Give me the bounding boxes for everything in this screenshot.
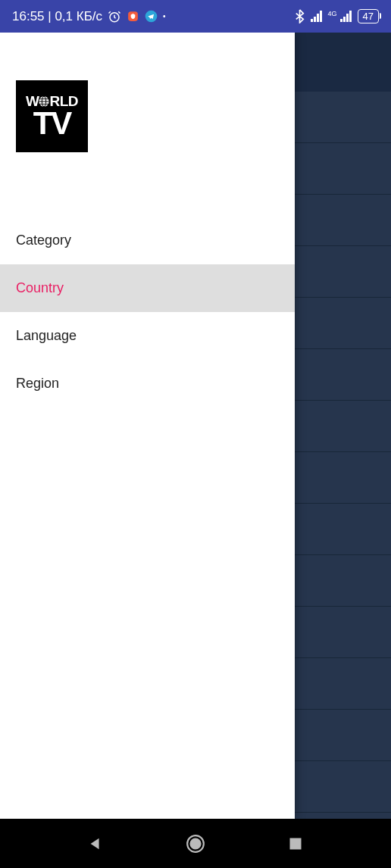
back-button[interactable] bbox=[65, 829, 126, 859]
status-bar: 16:55 | 0,1 КБ/с • 4G 47 bbox=[0, 0, 391, 33]
network-type: 4G bbox=[328, 10, 337, 17]
main-area: W RLD TV Category Country Language Regio… bbox=[0, 33, 391, 819]
system-nav-bar bbox=[0, 819, 391, 868]
signal-icon-1 bbox=[311, 11, 322, 22]
bluetooth-icon bbox=[295, 9, 305, 23]
drawer-header: W RLD TV bbox=[0, 33, 295, 217]
logo-line-2: TV bbox=[33, 108, 71, 139]
dot-icon: • bbox=[163, 12, 166, 20]
drawer-item-country[interactable]: Country bbox=[0, 264, 295, 312]
navigation-drawer: W RLD TV Category Country Language Regio… bbox=[0, 33, 295, 819]
telegram-icon bbox=[145, 10, 158, 23]
home-button[interactable] bbox=[165, 829, 226, 859]
alarm-icon bbox=[108, 10, 121, 23]
drawer-menu: Category Country Language Region bbox=[0, 217, 295, 407]
status-left-group: 16:55 | 0,1 КБ/с • bbox=[12, 9, 166, 24]
drawer-item-region[interactable]: Region bbox=[0, 360, 295, 407]
status-right-group: 4G 47 bbox=[295, 9, 379, 23]
drawer-item-category[interactable]: Category bbox=[0, 217, 295, 264]
svg-rect-7 bbox=[290, 838, 302, 849]
status-time-data: 16:55 | 0,1 КБ/с bbox=[12, 9, 102, 24]
signal-icon-2 bbox=[340, 11, 352, 22]
battery-icon: 47 bbox=[358, 9, 379, 23]
drawer-item-language[interactable]: Language bbox=[0, 312, 295, 360]
shield-icon bbox=[127, 10, 139, 23]
recents-button[interactable] bbox=[265, 829, 326, 859]
app-logo: W RLD TV bbox=[16, 80, 88, 152]
svg-point-6 bbox=[191, 838, 201, 848]
